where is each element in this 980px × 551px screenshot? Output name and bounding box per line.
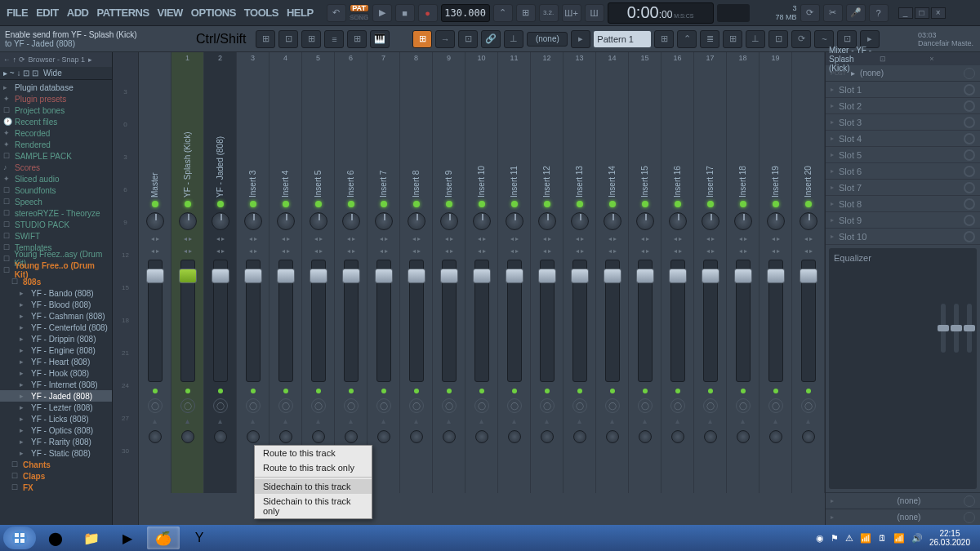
send-level-knob[interactable]	[769, 430, 782, 443]
send-level-knob[interactable]	[737, 430, 750, 443]
mixer-track[interactable]: 19Insert 19◂▸◂▸◯▴	[760, 52, 792, 493]
mute-button[interactable]	[545, 389, 550, 393]
midi-button[interactable]: ⟳	[800, 4, 820, 22]
browser-item[interactable]: ▸YF - Rarity (808)	[0, 436, 112, 447]
mixer-track[interactable]: 10Insert 10◂▸◂▸◯▴	[466, 52, 498, 493]
send-level-knob[interactable]	[377, 430, 390, 443]
tool-button[interactable]: ⊡	[278, 30, 298, 48]
tool-button[interactable]: ≣	[700, 30, 719, 48]
fx-slot[interactable]: ▸Slot 5	[826, 147, 980, 163]
send-level-knob[interactable]	[312, 430, 325, 443]
song-mode-button[interactable]: SONG	[350, 13, 369, 21]
help-button[interactable]: ?	[869, 4, 889, 22]
mute-button[interactable]	[414, 389, 419, 393]
menu-options[interactable]: OPTIONS	[188, 5, 239, 20]
volume-fader[interactable]	[213, 260, 228, 382]
send-knob[interactable]: ◯	[409, 398, 424, 413]
volume-fader[interactable]	[344, 260, 359, 382]
volume-fader[interactable]	[278, 260, 293, 382]
tool-button[interactable]: ⌃	[677, 30, 697, 48]
fx-slot[interactable]: ▸Slot 9	[826, 212, 980, 229]
fx-slot[interactable]: ▸Slot 10	[826, 229, 980, 245]
mute-button[interactable]	[479, 389, 484, 393]
send-level-knob[interactable]	[606, 430, 619, 443]
tray-icon[interactable]: 📶	[860, 533, 871, 544]
send-level-knob[interactable]	[443, 430, 456, 443]
mixer-track[interactable]: 4Insert 4◂▸◂▸◯▴	[270, 52, 302, 493]
tool-button[interactable]: →	[435, 30, 455, 48]
browser-item[interactable]: ✦Recorded	[0, 127, 112, 139]
send-knob[interactable]: ◯	[278, 398, 293, 413]
pan-knob[interactable]	[669, 212, 687, 230]
mixer-track[interactable]: 14Insert 14◂▸◂▸◯▴	[596, 52, 629, 493]
send-level-knob[interactable]	[181, 430, 194, 443]
gain-knob[interactable]	[964, 68, 975, 79]
fx-slot[interactable]: ▸Slot 4	[826, 131, 980, 147]
fx-slot[interactable]: ▸Slot 8	[826, 196, 980, 212]
slot-knob[interactable]	[964, 100, 975, 112]
volume-icon[interactable]: 🔊	[911, 533, 923, 544]
send-level-knob[interactable]	[802, 430, 815, 443]
send-level-knob[interactable]	[671, 430, 684, 443]
pan-knob[interactable]	[506, 212, 523, 230]
mixer-track[interactable]: 15Insert 15◂▸◂▸◯▴	[629, 52, 662, 493]
mute-button[interactable]	[708, 389, 713, 393]
send-knob[interactable]: ◯	[801, 398, 816, 413]
browser-item[interactable]: ☐Claps	[0, 470, 112, 482]
send-knob[interactable]: ◯	[180, 398, 195, 413]
fx-input[interactable]: POST ▸(none)	[826, 65, 980, 82]
fx-slot[interactable]: ▸Slot 1	[826, 82, 980, 98]
send-level-knob[interactable]	[475, 430, 488, 443]
tool-button[interactable]: ⊞	[654, 30, 674, 48]
pan-knob[interactable]	[342, 212, 360, 230]
pattern-mode-button[interactable]: PAT	[350, 4, 369, 12]
context-menu-item[interactable]: Sidechain to this track	[255, 479, 372, 494]
network-icon[interactable]: 📶	[893, 533, 905, 544]
browser-item[interactable]: ▸YF - Static (808)	[0, 447, 112, 459]
send-level-knob[interactable]	[508, 430, 521, 443]
volume-fader[interactable]	[638, 260, 653, 382]
mute-button[interactable]	[349, 389, 354, 393]
browser-item[interactable]: ☐Chants	[0, 459, 112, 470]
browser-item[interactable]: ▸YF - Bando (808)	[0, 287, 112, 299]
mixer-track[interactable]: 12Insert 12◂▸◂▸◯▴	[531, 52, 564, 493]
tool-button[interactable]: 🎹	[370, 30, 390, 48]
send-knob[interactable]: ◯	[474, 398, 489, 413]
send-knob[interactable]: ◯	[540, 398, 555, 413]
browser-item[interactable]: ▸YF - Hook (808)	[0, 367, 112, 379]
send-knob[interactable]: ◯	[703, 398, 718, 413]
pan-knob[interactable]	[408, 212, 425, 230]
slot-knob[interactable]	[964, 133, 975, 144]
tool-button[interactable]: ⊡	[458, 30, 478, 48]
slot-knob[interactable]	[964, 84, 975, 96]
menu-edit[interactable]: EDIT	[33, 5, 62, 20]
send-knob[interactable]: ◯	[670, 398, 685, 413]
browser-item[interactable]: ▸YF - Internet (808)	[0, 379, 112, 390]
send-level-knob[interactable]	[541, 430, 554, 443]
fx-slot[interactable]: ▸Slot 3	[826, 114, 980, 131]
slot-knob[interactable]	[964, 182, 975, 193]
browser-item[interactable]: ♪Scores	[0, 162, 112, 173]
browser-item[interactable]: 🕐Recent files	[0, 116, 112, 127]
metronome-button[interactable]: ⌃	[493, 4, 513, 22]
taskbar-clock[interactable]: 22:15 26.03.2020	[929, 529, 970, 547]
send-knob[interactable]: ◯	[213, 398, 228, 413]
mic-button[interactable]: 🎤	[846, 4, 866, 22]
send-level-knob[interactable]	[214, 430, 227, 443]
taskbar-app[interactable]: 📁	[75, 527, 108, 549]
tool-button[interactable]: ⊡	[768, 30, 788, 48]
record-button[interactable]: ●	[418, 4, 438, 22]
volume-fader[interactable]	[768, 260, 783, 382]
mute-button[interactable]	[447, 389, 452, 393]
menu-view[interactable]: VIEW	[154, 5, 186, 20]
browser-item[interactable]: ☐Speech	[0, 196, 112, 207]
volume-fader[interactable]	[540, 260, 555, 382]
browser-item[interactable]: ▸YF - Heart (808)	[0, 356, 112, 367]
mixer-track[interactable]: 17Insert 17◂▸◂▸◯▴	[694, 52, 727, 493]
tool-button[interactable]: 🔗	[481, 30, 501, 48]
mixer-track[interactable]: 1YF - Splash (Kick)◂▸◂▸◯▴	[172, 52, 204, 493]
browser-item[interactable]: ▸YF - Cashman (808)	[0, 310, 112, 322]
browser-item[interactable]: ✦Plugin presets	[0, 93, 112, 104]
restore-icon[interactable]: ⊡	[880, 55, 927, 63]
browser-item[interactable]: ☐FX	[0, 482, 112, 493]
